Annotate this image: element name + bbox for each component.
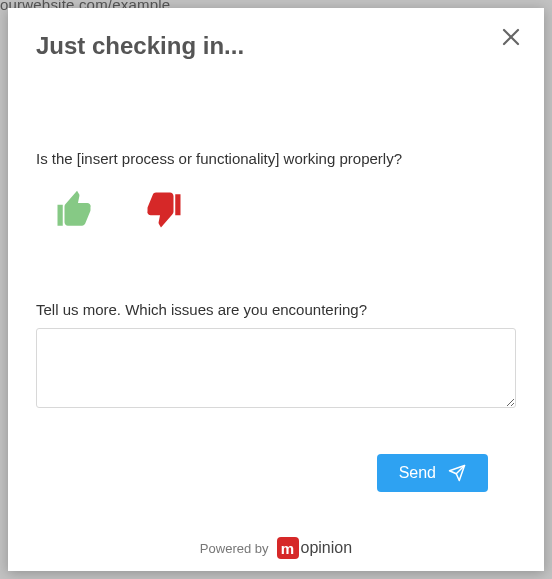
thumbs-up-icon [54,189,96,231]
send-button[interactable]: Send [377,454,488,492]
brand-logo[interactable]: mopinion [277,537,353,559]
thumbs-up-button[interactable] [54,189,96,231]
close-button[interactable] [496,22,526,52]
thumbs-down-button[interactable] [142,189,184,231]
brand-m-badge: m [277,537,299,559]
powered-by-prefix: Powered by [200,541,269,556]
modal-header: Just checking in... [8,8,544,60]
brand-name-rest: opinion [301,539,353,557]
powered-by: Powered by mopinion [8,523,544,571]
question-tell-us-more: Tell us more. Which issues are you encou… [36,301,516,318]
close-icon [502,28,520,46]
send-button-label: Send [399,464,436,482]
thumbs-down-icon [142,189,184,231]
issues-textarea[interactable] [36,328,516,408]
thumbs-row [36,189,516,231]
modal-title: Just checking in... [36,32,516,60]
question-working-properly: Is the [insert process or functionality]… [36,150,516,167]
paper-plane-icon [448,464,466,482]
modal-body: Is the [insert process or functionality]… [8,60,544,523]
feedback-modal: Just checking in... Is the [insert proce… [8,8,544,571]
footer-row: Send [36,454,516,492]
